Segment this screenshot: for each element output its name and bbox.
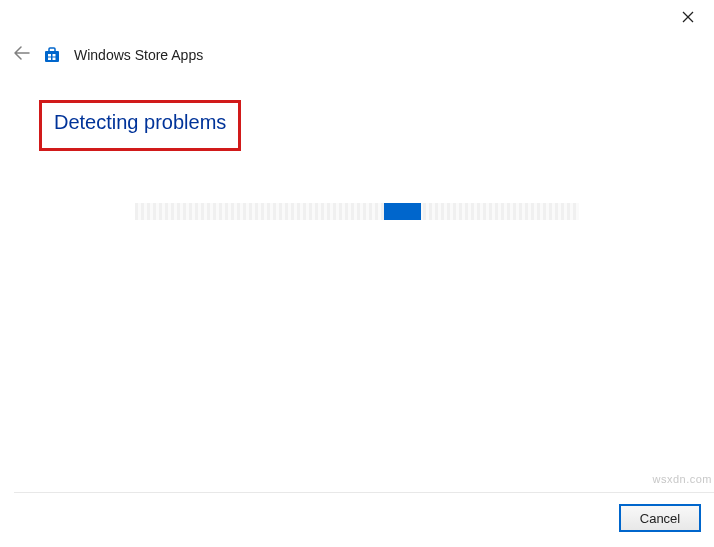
svg-rect-6 [53,57,56,60]
close-button[interactable] [674,6,702,28]
progress-fill [384,203,421,220]
window-title: Windows Store Apps [74,47,203,63]
status-heading: Detecting problems [54,111,226,134]
back-button[interactable] [14,46,30,63]
watermark: wsxdn.com [652,473,712,485]
highlight-annotation: Detecting problems [39,100,241,151]
svg-rect-3 [48,54,51,57]
svg-rect-4 [53,54,56,57]
svg-rect-5 [48,57,51,60]
back-arrow-icon [14,46,30,60]
footer-separator [14,492,714,493]
progress-bar [135,203,579,220]
cancel-button[interactable]: Cancel [620,505,700,531]
close-icon [682,11,694,23]
window-header: Windows Store Apps [14,46,203,63]
svg-rect-2 [45,51,59,62]
store-icon [44,47,60,63]
